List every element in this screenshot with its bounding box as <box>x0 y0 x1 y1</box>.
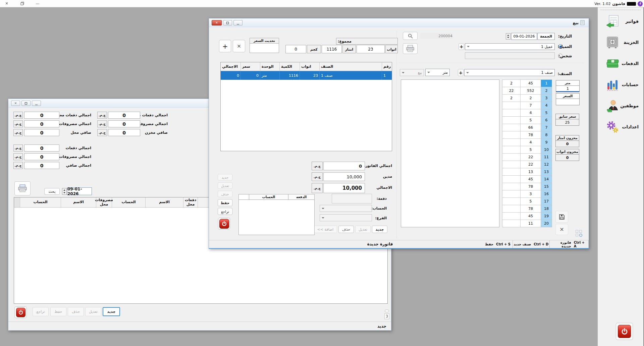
qty-cell[interactable] <box>502 168 520 176</box>
row-number[interactable]: 17 <box>541 198 552 205</box>
column-header[interactable]: الحساب <box>20 197 61 207</box>
restore-icon[interactable] <box>21 101 31 106</box>
undo-button[interactable]: تراجع <box>218 208 232 215</box>
column-header[interactable]: الاسم <box>61 197 96 207</box>
qty-cell[interactable] <box>502 102 520 109</box>
cell-pieces[interactable]: 23 <box>300 71 319 80</box>
save-grid-button[interactable] <box>555 211 568 223</box>
qty-cell[interactable]: 78 <box>520 205 541 213</box>
exit-button[interactable] <box>616 323 633 340</box>
undo-button[interactable]: تراجع <box>33 307 49 316</box>
qty-cell[interactable]: 5 <box>520 146 541 154</box>
price-input-block[interactable]: السعر <box>556 93 580 105</box>
qty-cell[interactable] <box>502 190 520 198</box>
search-button[interactable] <box>403 32 418 40</box>
qty-cell[interactable]: 2 <box>502 95 520 102</box>
row-number[interactable]: 10 <box>541 146 552 154</box>
cell-item[interactable]: صنف 1 <box>319 71 382 80</box>
column-header[interactable]: مصروفات محل <box>96 197 112 207</box>
print-button[interactable] <box>14 181 31 195</box>
qty-cell[interactable]: 45 <box>520 176 541 183</box>
sidebar-item-settings[interactable]: اعدادات <box>598 118 644 137</box>
qty-cell[interactable]: 11 <box>520 220 541 227</box>
row-number[interactable]: 18 <box>541 205 552 213</box>
print-button[interactable] <box>403 43 418 54</box>
date-field[interactable]: 09-01-2026 <box>511 33 537 40</box>
row-number[interactable]: 3 <box>541 95 552 102</box>
qty-cell[interactable]: 66 <box>520 124 541 131</box>
row-number[interactable]: 8 <box>541 131 552 139</box>
row-number[interactable]: 19 <box>541 213 552 220</box>
item-combobox[interactable]: صنف 1 <box>464 69 555 76</box>
qty-cell[interactable] <box>502 161 520 168</box>
restore-icon[interactable] <box>223 20 232 25</box>
row-number[interactable]: 2 <box>541 87 552 95</box>
delete-button[interactable]: حذف <box>218 191 232 197</box>
qty-cell[interactable] <box>502 213 520 220</box>
search-button[interactable]: بحث <box>44 188 60 195</box>
qty-cell[interactable]: 4 <box>520 109 541 117</box>
sidebar-item-treasury[interactable]: الخزينة <box>598 33 644 53</box>
sidebar-item-invoices[interactable]: فواتير <box>598 12 644 32</box>
minimize-icon[interactable]: ▁ <box>32 101 41 106</box>
column-header[interactable]: الوحدة <box>260 62 279 71</box>
qty-cell[interactable]: 3 <box>520 190 541 198</box>
row-number[interactable]: 7 <box>541 124 552 131</box>
qty-cell[interactable] <box>502 220 520 227</box>
qty-cell[interactable]: 552 <box>520 87 541 95</box>
payment-new-button[interactable]: جديد <box>372 226 387 233</box>
sidebar-item-employees[interactable]: موظفين <box>598 97 644 116</box>
column-header[interactable]: الاسم <box>146 197 183 207</box>
mode-combobox[interactable]: بيع <box>400 69 424 76</box>
remove-row-button[interactable]: ✕ <box>233 40 245 52</box>
qty-cell[interactable]: 2 <box>520 95 541 102</box>
new-button[interactable]: جديد <box>218 174 232 180</box>
qty-cell[interactable]: 4 <box>520 139 541 146</box>
column-header[interactable]: الدفعة <box>288 194 314 199</box>
qty-cell[interactable] <box>502 117 520 124</box>
cell-qty[interactable]: 1116 <box>279 71 300 80</box>
column-header[interactable]: رقم <box>382 62 392 71</box>
day-exit-button[interactable] <box>14 306 27 318</box>
qty-cell[interactable] <box>502 131 520 139</box>
qty-cell[interactable] <box>502 124 520 131</box>
column-header[interactable]: الحساب <box>249 194 288 199</box>
row-number[interactable]: 5 <box>541 109 552 117</box>
qty-cell[interactable] <box>502 198 520 205</box>
meter-input[interactable]: 1 <box>556 86 579 92</box>
qty-cell[interactable]: 13 <box>520 168 541 176</box>
row-number[interactable]: 1 <box>541 80 552 87</box>
qty-cell[interactable]: 22 <box>520 161 541 168</box>
row-number[interactable]: 4 <box>541 102 552 109</box>
qty-cell[interactable]: 22 <box>520 154 541 161</box>
date-stepper[interactable] <box>506 33 511 40</box>
sidebar-item-accounts[interactable]: حسابات <box>598 75 644 95</box>
meter-input-block[interactable]: متر 1 <box>556 80 580 92</box>
price-input[interactable] <box>556 99 579 105</box>
invoice-items-table[interactable]: رقم الصنف اتواب الكمية الوحدة سعر الاجما… <box>220 62 392 151</box>
close-icon[interactable]: ✕ <box>4 1 9 6</box>
qty-cell[interactable] <box>502 109 520 117</box>
edit-button[interactable]: تعديل <box>218 182 232 189</box>
payment-add-button[interactable]: اضافة >> <box>314 226 337 233</box>
qty-cell[interactable] <box>502 146 520 154</box>
column-header[interactable]: دفعات محل <box>183 197 198 207</box>
date-field[interactable]: 09-01-2026 <box>67 187 92 195</box>
close-icon[interactable]: ✕ <box>11 101 20 106</box>
qty-cell[interactable] <box>502 154 520 161</box>
row-number[interactable]: 20 <box>541 220 552 227</box>
delete-button[interactable]: حذف <box>68 307 84 316</box>
qty-cell[interactable]: 45 <box>520 80 541 87</box>
add-row-button[interactable]: + <box>219 40 231 52</box>
sidebar-item-payments[interactable]: الدفعات <box>598 54 644 74</box>
cell-total[interactable]: 0 <box>221 71 240 80</box>
qty-cell[interactable]: 78 <box>520 183 541 190</box>
qty-cell[interactable] <box>502 139 520 146</box>
qty-cell[interactable]: 78 <box>520 131 541 139</box>
qty-cell[interactable]: 2 <box>502 80 520 87</box>
clear-grid-button[interactable]: ✕ <box>555 224 568 235</box>
customer-combobox[interactable]: عميل 1 <box>465 43 555 50</box>
row-number[interactable]: 6 <box>541 117 552 124</box>
grid-toggle-widget[interactable] <box>576 230 583 237</box>
weekday-field[interactable]: الجمعة <box>537 33 555 40</box>
